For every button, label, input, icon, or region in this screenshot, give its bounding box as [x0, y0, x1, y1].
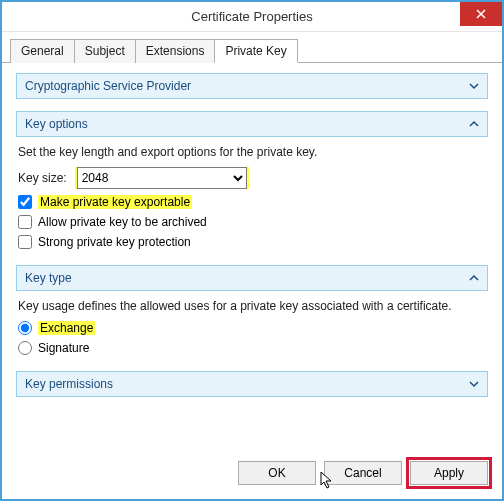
- signature-radio[interactable]: [18, 341, 32, 355]
- section-key-options-body: Set the key length and export options fo…: [16, 137, 488, 265]
- close-button[interactable]: [460, 2, 502, 26]
- strong-protection-checkbox[interactable]: [18, 235, 32, 249]
- chevron-up-icon: [469, 273, 479, 283]
- apply-button[interactable]: Apply: [410, 461, 488, 485]
- section-key-type-title: Key type: [25, 271, 72, 285]
- chevron-down-icon: [469, 379, 479, 389]
- key-size-select[interactable]: 2048: [77, 167, 247, 189]
- exchange-radio[interactable]: [18, 321, 32, 335]
- button-row: OK Cancel Apply: [2, 451, 502, 499]
- window-title: Certificate Properties: [191, 9, 312, 24]
- tab-general[interactable]: General: [10, 39, 75, 63]
- strong-protection-label: Strong private key protection: [38, 235, 191, 249]
- key-options-desc: Set the key length and export options fo…: [18, 145, 486, 159]
- tab-strip: General Subject Extensions Private Key: [2, 32, 502, 63]
- tab-content: Cryptographic Service Provider Key optio…: [2, 63, 502, 451]
- key-size-label: Key size:: [18, 171, 67, 185]
- section-key-type-body: Key usage defines the allowed uses for a…: [16, 291, 488, 371]
- tab-subject[interactable]: Subject: [74, 39, 136, 63]
- signature-label: Signature: [38, 341, 89, 355]
- section-csp-title: Cryptographic Service Provider: [25, 79, 191, 93]
- titlebar: Certificate Properties: [2, 2, 502, 32]
- section-key-options-title: Key options: [25, 117, 88, 131]
- section-csp-header[interactable]: Cryptographic Service Provider: [16, 73, 488, 99]
- key-type-desc: Key usage defines the allowed uses for a…: [18, 299, 486, 313]
- section-key-options-header[interactable]: Key options: [16, 111, 488, 137]
- key-size-highlight: 2048: [75, 167, 249, 189]
- exportable-checkbox[interactable]: [18, 195, 32, 209]
- cancel-button[interactable]: Cancel: [324, 461, 402, 485]
- section-key-permissions-title: Key permissions: [25, 377, 113, 391]
- exportable-label: Make private key exportable: [38, 195, 192, 209]
- section-key-type-header[interactable]: Key type: [16, 265, 488, 291]
- dialog-window: Certificate Properties General Subject E…: [0, 0, 504, 501]
- tab-private-key[interactable]: Private Key: [214, 39, 297, 63]
- chevron-down-icon: [469, 81, 479, 91]
- section-key-permissions-header[interactable]: Key permissions: [16, 371, 488, 397]
- chevron-up-icon: [469, 119, 479, 129]
- archive-label: Allow private key to be archived: [38, 215, 207, 229]
- close-icon: [476, 9, 486, 19]
- tab-extensions[interactable]: Extensions: [135, 39, 216, 63]
- ok-button[interactable]: OK: [238, 461, 316, 485]
- archive-checkbox[interactable]: [18, 215, 32, 229]
- exchange-label: Exchange: [38, 321, 95, 335]
